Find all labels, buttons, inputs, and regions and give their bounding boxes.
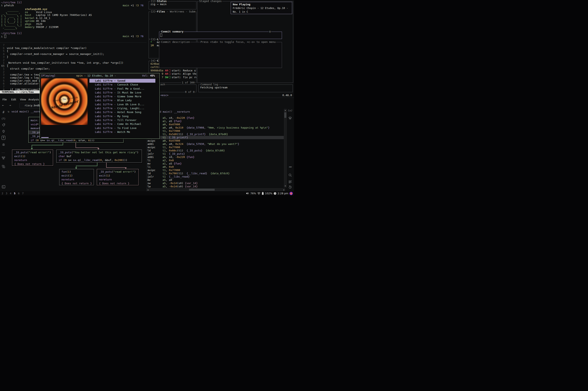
workspace-7[interactable]: 7 bbox=[22, 191, 24, 196]
playlist-item[interactable]: Labi Siffre - To Find Love bbox=[89, 126, 155, 130]
workspace-3[interactable]: 3 bbox=[6, 191, 7, 196]
disasm-row[interactable]: a1, a5 {fun} bbox=[147, 120, 284, 123]
disasm-row[interactable]: mva1, a5 {fun} bbox=[147, 162, 284, 165]
disasm-row[interactable]: auipca0, 0x47000 bbox=[147, 139, 284, 142]
distro-flame-badge[interactable] bbox=[289, 192, 293, 195]
function-variables-icon[interactable]: (x) bbox=[287, 109, 293, 112]
commit-status-icon bbox=[169, 76, 171, 78]
crossref-icon[interactable]: # bbox=[1, 110, 6, 114]
tag-icon[interactable] bbox=[1, 123, 6, 127]
disasm-row[interactable]: addia0, a0, 0x324 {data_57930, "What do … bbox=[147, 142, 284, 146]
disasm-row[interactable]: swa5, -0x14(s0) {var_14} bbox=[147, 182, 284, 185]
playlist-item[interactable]: Labi Siffre - Fool Me a Good... bbox=[89, 87, 155, 91]
progress-bar[interactable] bbox=[41, 137, 49, 138]
nav-forward-icon[interactable]: → bbox=[9, 103, 11, 107]
playlist-item[interactable]: Labi Siffre - Till Forever bbox=[89, 118, 155, 122]
user-host: stefan@s00.xyz bbox=[25, 8, 92, 11]
history-icon[interactable] bbox=[287, 185, 293, 190]
disasm-row[interactable]: a0, a0, 0x310 {data_57908, "Hmm, riscy b… bbox=[147, 126, 284, 129]
types-icon[interactable]: {T} bbox=[1, 117, 6, 120]
escape-hint[interactable]: <esc> bbox=[160, 94, 168, 97]
workspace-5[interactable]: 5 bbox=[14, 191, 15, 196]
lazygit-version: 0.48.0 bbox=[282, 94, 292, 97]
commit-input-cursor bbox=[160, 33, 162, 37]
lazygit-status-panel[interactable]: [1]─Status zig → main bbox=[149, 1, 196, 9]
logo-line: | \ ___ \ | bbox=[1, 15, 22, 18]
disasm-row[interactable]: t1, 0x77000 bbox=[147, 129, 284, 133]
system-tray[interactable]: 76% 102% 2:28 pm bbox=[246, 191, 293, 196]
debugger-bug-icon[interactable] bbox=[1, 143, 6, 147]
playlist-item[interactable]: Labi Siffre - Blue Lady bbox=[89, 98, 155, 102]
playlist-item[interactable]: Labi Siffre - Come On Michael bbox=[89, 122, 155, 126]
playlist-item[interactable]: Labi Siffre - My Song bbox=[89, 114, 155, 118]
disasm-row[interactable]: addia5, s0, -0x220 {fun} bbox=[147, 156, 284, 159]
graph-node-fun[interactable]: fun(1)exit(1)noreturn{ Does not return } bbox=[59, 169, 94, 185]
refresh-icon[interactable]: ↻ bbox=[8, 110, 9, 113]
desktop: ~/src/tea [i] λ pfetch main +1 !3 ?6 ___… bbox=[0, 0, 294, 196]
now-playing-notification[interactable]: Now Playing Frédéric Chopin - 12 Etudes,… bbox=[231, 2, 292, 14]
wifi-icon[interactable] bbox=[257, 192, 260, 195]
playlist[interactable]: Labi Siffre - SavedLabi Siffre - Cannock… bbox=[89, 79, 155, 134]
playlist-item[interactable]: Labi Siffre - Gimme Some More bbox=[89, 95, 155, 98]
graph-node-read-error-1[interactable]: _IO_puts("read error!")exit(1)noreturn{ … bbox=[12, 150, 53, 166]
commit-row[interactable]: 99086d5a ARstart: Reduce st bbox=[150, 69, 196, 72]
clock-icon bbox=[274, 192, 276, 195]
menu-analysis[interactable]: Analysis bbox=[28, 98, 39, 101]
split-divider bbox=[0, 42, 147, 43]
menu-edit[interactable]: Edit bbox=[11, 98, 16, 101]
workspace-4[interactable]: 4 bbox=[10, 191, 11, 196]
disasm-row[interactable]: ldt1, 0x66c(t1) {_IO_puts} {data_87c80} bbox=[147, 149, 284, 152]
player-state: [Playing] bbox=[41, 73, 55, 78]
code-line: 1 struct compiler compiler; bbox=[0, 67, 147, 70]
graph-hierarchy-icon[interactable] bbox=[1, 156, 6, 160]
type-view-icon-active[interactable]: T bbox=[1, 136, 6, 140]
memory-map-icon[interactable] bbox=[1, 165, 6, 169]
music-player-window[interactable]: [Playing] opin - 12 Etudes, Op.10 - Vol:… bbox=[40, 73, 160, 139]
menu-file[interactable]: File bbox=[2, 98, 7, 101]
nav-back-icon[interactable]: ← bbox=[2, 103, 4, 107]
disasm-row[interactable]: t1, 0x5d0(t1) {_IO_printf} {data_87bd0} bbox=[147, 133, 284, 136]
find-icon[interactable] bbox=[287, 174, 293, 178]
disasm-row[interactable]: lia2, 0x8 bbox=[147, 159, 284, 162]
taskbar: 234567 76% 102% 2:28 pm bbox=[0, 191, 294, 196]
disasm-row[interactable]: jalrt1 {__libc_read} bbox=[147, 175, 284, 178]
menu-view[interactable]: View bbox=[20, 98, 26, 101]
code-line: 3} bbox=[0, 56, 147, 59]
playlist-item[interactable]: Labi Siffre - Love Oh Love O... bbox=[89, 102, 155, 106]
disasm-row[interactable]: a0, 0x47000 bbox=[147, 123, 284, 126]
workspace-2[interactable]: 2 bbox=[2, 191, 3, 196]
playlist-item[interactable]: Labi Siffre - Hotel Room Song bbox=[89, 110, 155, 114]
workspace-6[interactable]: 6 bbox=[18, 191, 20, 196]
console-icon[interactable] bbox=[1, 185, 6, 189]
logo-line: | \______ \_| bbox=[1, 24, 22, 27]
strings-icon[interactable]: ”” bbox=[287, 166, 293, 169]
horizontal-scrollbar[interactable]: ◀ ▶ bbox=[147, 188, 285, 191]
vertical-scrollbar[interactable]: ▲ ▼ bbox=[284, 109, 287, 187]
disasm-row[interactable]: ldt1, 0x790(t1) {__libc_read} {data_87dc… bbox=[147, 172, 284, 175]
prompt-path: ~/src/tea [i] bbox=[1, 1, 22, 4]
disasm-row[interactable]: lia0, 0x0 bbox=[147, 165, 284, 169]
prompt-cursor-line[interactable]: λ bbox=[1, 35, 6, 38]
playlist-item[interactable]: Labi Siffre - Cannock Chase bbox=[89, 83, 155, 87]
location-pin-icon[interactable] bbox=[1, 130, 6, 134]
battery-icon[interactable] bbox=[262, 192, 264, 195]
stack-layers-icon[interactable] bbox=[287, 116, 293, 121]
disasm-row[interactable]: mva5, a0 bbox=[147, 178, 284, 182]
disasm-row[interactable]: jalrt1 {_IO_puts} bbox=[147, 152, 284, 156]
graph-node-read-loop[interactable]: _IO_puts("You better not let this get mo… bbox=[56, 150, 142, 163]
playlist-item[interactable]: Labi Siffre - It Must Be Love bbox=[89, 91, 155, 95]
playlist-item[interactable]: Labi Siffre - Crying, Laughi... bbox=[89, 106, 155, 110]
playlist-item[interactable]: Labi Siffre - Saved bbox=[89, 79, 155, 83]
log-icon[interactable] bbox=[287, 180, 293, 184]
graph-node-read-error-2[interactable]: _IO_puts("read error!")exit(1)noreturn{ … bbox=[97, 169, 139, 185]
commit-description-popup[interactable]: Commit description Press <tab> to toggle… bbox=[159, 42, 282, 68]
disasm-row[interactable]: auipct1, 0x77000 bbox=[147, 146, 284, 149]
playlist-item[interactable]: Labi Siffre - Watch Me bbox=[89, 130, 155, 134]
disasm-row[interactable]: t1 {_IO_printf} bbox=[147, 136, 284, 139]
commit-summary-popup[interactable]: Commit summary 0 bbox=[159, 32, 282, 39]
disasm-row[interactable]: a5, s0, -0x220 {fun} bbox=[147, 116, 284, 120]
disasm-row[interactable]: lwa5, -0x14(s0) {var_14} bbox=[147, 185, 284, 188]
disasm-row[interactable]: auipct1, 0x77000 bbox=[147, 169, 284, 172]
disassembly-view[interactable]: a5, s0, -0x220 {fun}a1, a5 {fun}a0, 0x47… bbox=[147, 116, 284, 188]
volume-icon[interactable] bbox=[246, 192, 249, 195]
